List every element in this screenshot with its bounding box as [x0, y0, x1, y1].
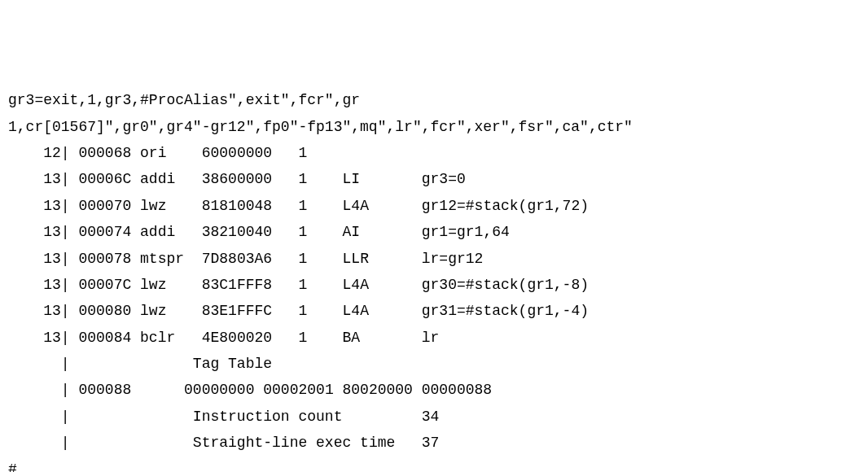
- row-mnem: mtspr: [140, 251, 202, 267]
- prompt: #: [8, 461, 17, 472]
- row-op: 1: [299, 145, 308, 161]
- row-addr: 000080: [78, 303, 131, 319]
- row-num: 13: [43, 171, 61, 187]
- tag-table-label: Tag Table: [193, 356, 272, 372]
- header-line-2: 1,cr[01567]",gr0",gr4"-gr12",fp0"-fp13",…: [8, 119, 633, 135]
- row-addr: 00007C: [78, 277, 131, 293]
- row-num: 13: [43, 303, 61, 319]
- row-op: 1: [299, 171, 308, 187]
- row-tag: L4A: [343, 198, 422, 214]
- row-desc: gr3=0: [422, 171, 466, 187]
- row-hex: 81810048: [202, 198, 272, 214]
- row-tag: AI: [343, 224, 422, 240]
- row-op: 1: [299, 198, 308, 214]
- row-num: 13: [43, 277, 61, 293]
- row-tag: L4A: [343, 303, 422, 319]
- row-addr: 000068: [78, 145, 131, 161]
- row-num: 12: [43, 145, 61, 161]
- row-op: 1: [299, 224, 308, 240]
- row-op: 1: [299, 277, 308, 293]
- row-tag: L4A: [343, 277, 422, 293]
- exec-time-value: 37: [422, 435, 440, 451]
- row-num: 13: [43, 224, 61, 240]
- row-desc: gr12=#stack(gr1,72): [422, 198, 589, 214]
- row-tag: BA: [343, 330, 422, 346]
- row-addr: 000084: [78, 330, 131, 346]
- row-addr: 000074: [78, 224, 131, 240]
- row-desc: gr30=#stack(gr1,-8): [422, 277, 589, 293]
- header-line-1: gr3=exit,1,gr3,#ProcAlias",exit",fcr",gr: [8, 92, 360, 108]
- row-op: 1: [299, 330, 308, 346]
- row-mnem: addi: [140, 171, 202, 187]
- listing: gr3=exit,1,gr3,#ProcAlias",exit",fcr",gr…: [8, 87, 860, 472]
- row-hex: 4E800020: [202, 330, 272, 346]
- tag-addr: 000088: [78, 382, 131, 398]
- row-addr: 000078: [78, 251, 131, 267]
- row-tag: LI: [343, 171, 422, 187]
- tag-data: 00000000 00002001 80020000 00000088: [184, 382, 492, 398]
- row-mnem: lwz: [140, 198, 202, 214]
- row-mnem: lwz: [140, 303, 202, 319]
- row-desc: lr=gr12: [422, 251, 484, 267]
- row-hex: 38210040: [202, 224, 272, 240]
- row-op: 1: [299, 251, 308, 267]
- row-num: 13: [43, 330, 61, 346]
- row-hex: 38600000: [202, 171, 272, 187]
- row-mnem: lwz: [140, 277, 202, 293]
- row-hex: 83C1FFF8: [202, 277, 272, 293]
- row-desc: gr1=gr1,64: [422, 224, 510, 240]
- row-addr: 000070: [78, 198, 131, 214]
- row-mnem: bclr: [140, 330, 202, 346]
- row-hex: 7D8803A6: [202, 251, 272, 267]
- instr-count-value: 34: [422, 409, 440, 425]
- row-mnem: ori: [140, 145, 202, 161]
- row-addr: 00006C: [78, 171, 131, 187]
- row-num: 13: [43, 198, 61, 214]
- row-hex: 83E1FFFC: [202, 303, 272, 319]
- row-desc: lr: [422, 330, 440, 346]
- row-mnem: addi: [140, 224, 202, 240]
- row-hex: 60000000: [202, 145, 272, 161]
- row-num: 13: [43, 251, 61, 267]
- row-desc: gr31=#stack(gr1,-4): [422, 303, 589, 319]
- row-op: 1: [299, 303, 308, 319]
- exec-time-label: Straight-line exec time: [193, 435, 422, 451]
- instr-count-label: Instruction count: [193, 409, 422, 425]
- row-tag: LLR: [343, 251, 422, 267]
